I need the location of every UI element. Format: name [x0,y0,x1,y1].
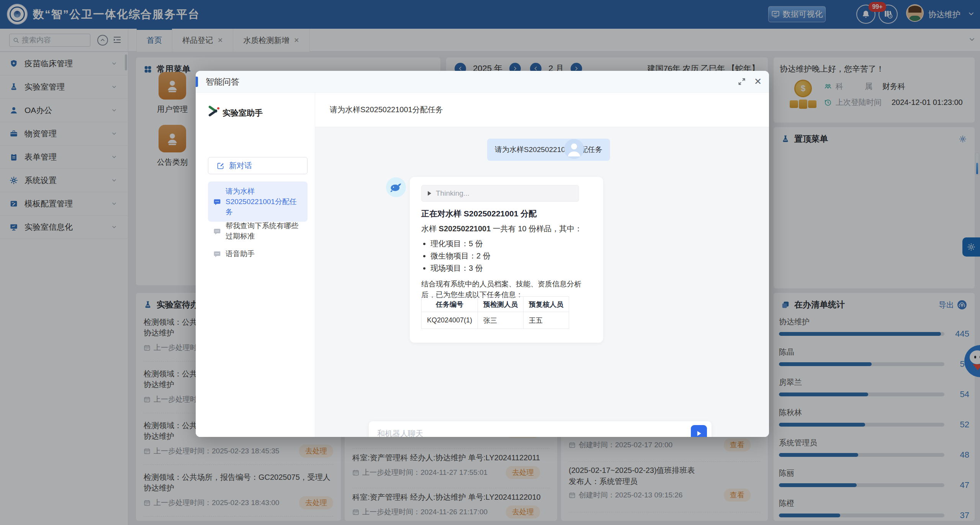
assistant-response-card: Thinking... 正在对水样 S20250221001 分配 水样 S20… [410,177,603,343]
assistant-logo-icon [207,107,219,119]
response-bullet-list: 理化项目：5 份微生物项目：2 份现场项目：3 份 [424,237,491,274]
table-cell: 张三 [478,312,524,329]
table-cell: KQ2024007(1) [422,312,478,329]
chat-bubble-icon [213,250,221,259]
response-intro: 水样 S20250221001 一共有 10 份样品，其中： [421,224,582,234]
assistant-brand: 实验室助手 [207,107,263,119]
modal-title: 智能问答 [206,76,239,88]
chat-input-box [369,421,712,437]
ai-chat-modal: 智能问答 ✕ 实验室助手 新对话 请为水样S20250221001分配任务帮我查… [196,71,769,437]
user-chat-avatar [564,139,584,159]
response-heading: 正在对水样 S20250221001 分配 [421,208,537,219]
thinking-toggle[interactable]: Thinking... [421,185,579,202]
modal-accent-bar [196,77,198,87]
table-header-cell: 任务编号 [422,297,478,312]
task-table: 任务编号预检测人员预复核人员KQ2024007(1)张三王五 [421,296,569,329]
maximize-icon[interactable] [737,77,746,86]
new-chat-button[interactable]: 新对话 [208,157,308,174]
chat-question-title: 请为水样S20250221001分配任务 [315,93,769,127]
conversation-item[interactable]: 帮我查询下系统有哪些过期标准 [208,216,308,246]
close-icon[interactable]: ✕ [754,77,762,87]
assistant-name: 实验室助手 [223,108,263,118]
response-bullet: 微生物项目：2 份 [430,250,491,262]
send-button[interactable] [691,425,707,437]
table-row: KQ2024007(1)张三王五 [422,312,569,329]
assistant-whale-avatar [386,177,406,197]
table-cell: 王五 [524,312,569,329]
chat-input[interactable] [377,421,645,437]
table-header-cell: 预复核人员 [524,297,569,312]
conversation-item[interactable]: 语音助手 [208,244,308,263]
modal-header: 智能问答 ✕ [196,71,769,93]
response-bullet: 理化项目：5 份 [430,237,491,250]
chat-bubble-icon [213,222,221,241]
user-message-bubble: 请为水样S20250221001分配任务 [487,139,610,161]
modal-sidebar: 实验室助手 新对话 请为水样S20250221001分配任务帮我查询下系统有哪些… [196,93,315,437]
chat-area: 请为水样S20250221001分配任务 请为水样S20250221001分配任… [315,93,769,437]
triangle-right-icon [428,191,431,196]
response-bullet: 现场项目：3 份 [430,262,491,274]
chat-bubble-icon [213,187,221,217]
edit-icon [217,162,224,170]
chat-body: 请为水样S20250221001分配任务 Thinking... 正在对水样 S… [315,127,769,437]
table-header-cell: 预检测人员 [478,297,524,312]
